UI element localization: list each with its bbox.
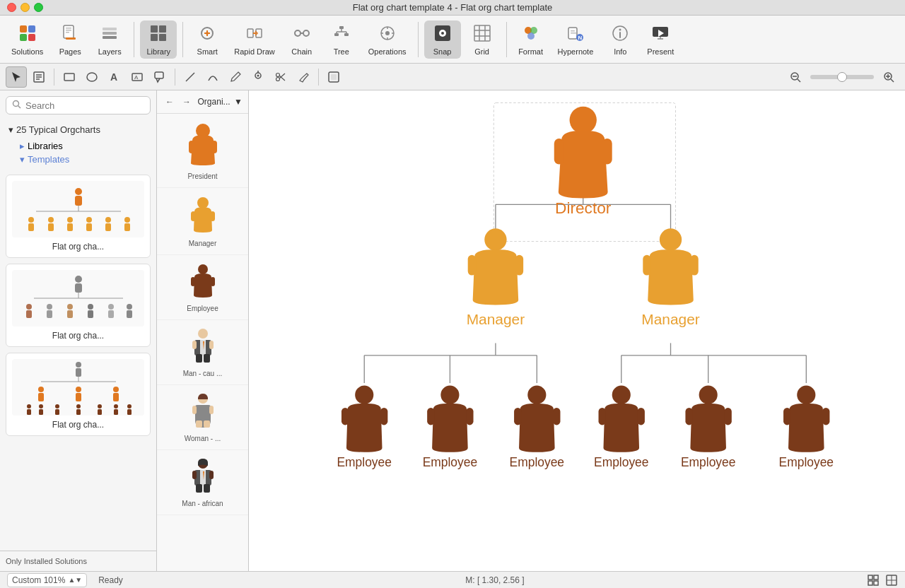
symbol-president[interactable]: President [157,114,248,188]
symbol-panel: ← → Organi... ▼ President [157,90,249,571]
employee4-node [599,386,645,452]
svg-rect-147 [211,141,217,153]
toolbar-smart[interactable]: Smart [189,20,226,59]
toolbar-format[interactable]: Format [513,20,549,59]
toolbar-hypernote[interactable]: N Hypernote [552,20,600,59]
symbol-woman[interactable]: Woman - ... [157,385,248,450]
arc-tool[interactable] [202,66,223,88]
zoom-display[interactable]: Custom 101% ▲▼ [7,573,87,587]
svg-rect-14 [151,34,158,41]
svg-rect-175 [204,484,210,493]
stamp-tool[interactable] [247,66,269,88]
svg-rect-213 [685,408,692,425]
template-flat1[interactable]: Flat org cha... [6,175,151,258]
search-input[interactable] [25,100,144,111]
svg-rect-214 [724,408,731,425]
operations-icon [378,23,397,46]
line-tool[interactable] [180,66,201,88]
toolbar-layers[interactable]: Layers [91,20,128,59]
toolbar-grid[interactable]: Grid [464,20,501,59]
zoom-out-button[interactable] [785,66,806,88]
svg-rect-104 [124,223,130,231]
minimize-button[interactable] [21,3,30,12]
toolbar-chain[interactable]: Chain [284,20,320,59]
window-buttons [7,3,43,12]
titlebar: Flat org chart template 4 - Flat org cha… [0,0,905,16]
text-select-tool[interactable] [28,66,49,88]
maximize-button[interactable] [34,3,43,12]
libraries-item[interactable]: ▸ Libraries [17,139,151,153]
toolbar-operations[interactable]: Operations [363,20,412,59]
svg-rect-69 [155,72,163,78]
svg-rect-114 [67,310,73,318]
svg-rect-216 [783,408,790,425]
svg-text:A: A [134,74,139,81]
man-cau-label: Man - cau ... [183,370,223,377]
templates-item[interactable]: ▾ Templates [17,153,151,166]
knife-tool[interactable] [293,66,314,88]
symbol-panel-dropdown[interactable]: ▼ [234,97,243,107]
scissor-tool[interactable] [270,66,291,88]
toolbar-solutions[interactable]: Solutions [6,20,49,59]
operations-label: Operations [368,47,407,56]
symbol-panel-back[interactable]: ← [163,95,177,109]
rectangle-tool[interactable] [59,66,80,88]
text-tool[interactable]: A [104,66,125,88]
symbol-man-cau[interactable]: Man - cau ... [157,320,248,385]
search-box[interactable] [6,96,151,114]
solutions-label: Solutions [11,47,43,56]
section-title[interactable]: ▾ 25 Typical Orgcharts [6,123,151,136]
svg-point-133 [39,404,43,408]
svg-rect-150 [210,211,215,221]
employee6-label: Employee [779,455,834,469]
template-flat3[interactable]: Flat org cha... [6,353,151,436]
svg-rect-25 [334,33,339,36]
employee3-label: Employee [510,455,564,469]
svg-rect-24 [339,26,344,29]
fit-page-icon[interactable] [867,574,880,587]
pen-tool[interactable] [225,66,246,88]
svg-rect-205 [466,408,473,425]
svg-point-200 [355,386,373,404]
status-text: Ready [98,575,123,585]
svg-point-32 [385,31,390,35]
format-label: Format [518,47,543,56]
svg-point-125 [38,387,44,392]
toolbar-tree[interactable]: Tree [323,20,360,59]
pages-icon [60,23,80,46]
svg-rect-10 [103,32,117,35]
symbol-employee[interactable]: Employee [157,255,248,320]
employee1-node [341,386,387,452]
close-button[interactable] [7,3,16,12]
status-right [867,574,898,587]
ellipse-tool[interactable] [81,66,103,88]
template-flat2[interactable]: Flat org cha... [6,264,151,347]
chain-label: Chain [291,47,312,56]
toolbar-present[interactable]: Present [641,20,679,59]
solutions-icon [18,23,37,46]
svg-rect-6 [66,30,71,31]
layers-icon [100,23,119,46]
zoom-label: Custom 101% [12,575,65,585]
zoom-in-button[interactable] [878,66,899,88]
toolbar-pages[interactable]: Pages [52,20,88,59]
textbox-tool[interactable]: A [127,66,148,88]
toolbar-info[interactable]: Info [602,20,638,59]
symbol-manager[interactable]: Manager [157,188,248,255]
rapid-draw-icon [245,23,264,46]
toolbar-snap[interactable]: Snap [424,20,461,59]
canvas-area[interactable]: Director Manager Manager [249,90,905,571]
symbol-man-african[interactable]: Man - african [157,450,248,515]
zoom-slider[interactable] [810,75,874,79]
svg-point-209 [612,386,631,404]
toolbar-rapid-draw[interactable]: Rapid Draw [228,20,280,59]
canvas-tool[interactable] [323,66,344,88]
symbol-panel-forward[interactable]: → [180,95,194,109]
callout-tool[interactable] [149,66,170,88]
toolbar-library[interactable]: Library [140,20,177,59]
employee3-node [514,386,560,452]
svg-rect-106 [75,283,82,293]
select-tool[interactable] [6,66,27,88]
layout-icon[interactable] [885,574,898,587]
svg-point-215 [797,386,815,404]
